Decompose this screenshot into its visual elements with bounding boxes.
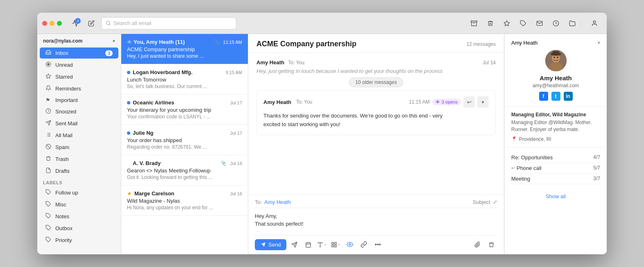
svg-point-6	[593, 21, 595, 23]
email-sender: Marge Carelson	[134, 190, 228, 197]
compose-button[interactable]	[86, 18, 97, 29]
sidebar-item-follow-up[interactable]: Follow up	[40, 187, 118, 198]
email-subject: Gearon <> Nylas Meeting Followup	[127, 167, 242, 174]
email-sender: Julie Ng	[133, 130, 228, 136]
calendar-button[interactable]	[302, 239, 314, 250]
email-item-5[interactable]: A. V. Brady 📎 Jul 16 Gearon <> Nylas Mee…	[121, 155, 248, 186]
trash-button[interactable]	[483, 17, 498, 29]
thread-row-1[interactable]: ↩ Phone call 5/7	[511, 163, 600, 174]
contact-panel: Amy Heath ▾	[504, 34, 607, 254]
search-bar[interactable]: Search all email	[101, 17, 236, 29]
compose-to-row: To: Amy Heath Subject ⤢	[255, 199, 497, 208]
tracking-button[interactable]	[344, 239, 356, 250]
message-area: Amy Heath To: You Jul 14 Hey, just getti…	[248, 53, 504, 195]
sidebar-item-sent[interactable]: Sent Mail	[40, 118, 118, 129]
opens-count: 3 opens	[442, 100, 458, 104]
email-item-6[interactable]: ★ Marge Carelson Jul 16 Wild Magazine - …	[121, 186, 248, 216]
show-all-button[interactable]: Show all	[505, 189, 607, 204]
maximize-button[interactable]	[57, 21, 62, 26]
delete-compose-button[interactable]	[485, 239, 497, 250]
template-button[interactable]	[330, 239, 342, 250]
attach-button[interactable]	[471, 239, 483, 250]
first-message: Amy Heath To: You Jul 14 Hey, just getti…	[256, 59, 496, 74]
twitter-icon[interactable]: t	[551, 92, 560, 101]
mark-read-button[interactable]	[532, 17, 547, 29]
email-time: Jul 17	[230, 131, 242, 136]
more-options-button[interactable]: •••	[372, 239, 384, 250]
move-button[interactable]	[565, 17, 580, 29]
unread-label: Unread	[55, 62, 73, 68]
archive-button[interactable]	[467, 17, 481, 29]
sidebar: nora@nylas.com ▾ Inbox 3 Unread	[37, 34, 121, 254]
svg-marker-26	[261, 242, 265, 247]
sidebar-item-all-mail[interactable]: All Mail	[40, 130, 118, 141]
formatting-button[interactable]	[288, 239, 300, 250]
email-item-2[interactable]: Logan Hoverboard Mfg. 9:15 AM Lunch Tomo…	[121, 64, 248, 95]
thread-label-2: Meeting	[511, 176, 530, 182]
spam-label: Spam	[55, 144, 69, 150]
expand-button[interactable]: ▾	[477, 96, 489, 108]
contact-email[interactable]: amy@heathmail.com	[533, 83, 579, 88]
email-time: Jul 16	[230, 191, 242, 196]
contact-threads: Re: Opportunities 4/7 ↩ Phone call 5/7 M…	[505, 147, 607, 189]
sidebar-item-snoozed[interactable]: Snoozed	[40, 106, 118, 117]
linkedin-icon[interactable]: in	[564, 92, 573, 101]
compose-subject[interactable]: Subject	[473, 199, 490, 205]
follow-up-label: Follow up	[55, 190, 78, 196]
svg-rect-29	[306, 242, 311, 247]
sidebar-item-drafts[interactable]: Drafts	[40, 165, 118, 176]
traffic-lights	[42, 21, 62, 26]
star-filled-icon: ★	[127, 190, 132, 197]
profile-button[interactable]	[587, 17, 602, 29]
sidebar-item-spam[interactable]: Spam	[40, 142, 118, 153]
font-button[interactable]	[316, 239, 328, 250]
sidebar-item-trash[interactable]: Trash	[40, 154, 118, 165]
sidebar-item-starred[interactable]: Starred	[40, 71, 118, 82]
email-item-3[interactable]: Oceanic Airlines Jul 17 Your itinerary f…	[121, 95, 248, 125]
sidebar-item-reminders[interactable]: Reminders	[40, 83, 118, 94]
compose-expand-icon[interactable]: ⤢	[493, 199, 497, 205]
facebook-icon[interactable]: f	[539, 92, 548, 101]
sidebar-item-inbox[interactable]: Inbox 3	[40, 48, 118, 59]
email-list: 👁 You, Amy Heath (11) 📎 11:15 AM ACME Co…	[121, 34, 248, 254]
svg-point-43	[553, 57, 555, 58]
svg-rect-36	[335, 242, 336, 244]
label-button[interactable]	[516, 17, 531, 29]
compose-toolbar: Send	[255, 235, 497, 250]
sidebar-item-outbox[interactable]: Outbox	[40, 223, 118, 234]
notifications-icon[interactable]: 3	[69, 17, 82, 29]
link-button[interactable]	[358, 239, 370, 250]
eye-icon: 👁	[127, 39, 132, 45]
outbox-icon	[45, 225, 52, 232]
minimize-button[interactable]	[50, 21, 54, 26]
sidebar-item-important[interactable]: ⚑ Important	[40, 95, 118, 105]
email-subject: Your order has shipped	[127, 137, 242, 143]
first-message-header: Amy Heath To: You Jul 14	[256, 59, 496, 66]
svg-rect-1	[471, 21, 477, 22]
main-message-header: Amy Heath To: You 11:15 AM 👁 3 opens ↩ ▾	[263, 96, 489, 108]
star-button[interactable]	[499, 17, 514, 29]
contact-chevron-icon[interactable]: ▾	[598, 40, 600, 45]
sidebar-item-misc[interactable]: Misc	[40, 199, 118, 210]
sidebar-item-unread[interactable]: Unread	[40, 59, 118, 70]
email-item-1[interactable]: 👁 You, Amy Heath (11) 📎 11:15 AM ACME Co…	[121, 34, 248, 64]
send-button[interactable]: Send	[255, 239, 286, 250]
sidebar-item-priority[interactable]: Priority	[40, 235, 118, 246]
email-preview: Regarding order no. 8726761: We ...	[127, 144, 242, 150]
snooze-button[interactable]	[549, 17, 563, 29]
thread-row-2[interactable]: Meeting 3/7	[511, 174, 600, 184]
older-messages-button[interactable]: 10 older messages	[349, 77, 403, 87]
all-mail-label: All Mail	[55, 132, 73, 138]
email-subject: Lunch Tomorrow	[127, 77, 242, 83]
sidebar-item-notes[interactable]: Notes	[40, 211, 118, 222]
compose-body[interactable]: Hey Amy, That sounds perfect!	[255, 210, 497, 235]
thread-row-0[interactable]: Re: Opportunities 4/7	[511, 152, 600, 163]
compose-to-label: To:	[255, 199, 262, 205]
email-item-4[interactable]: Julie Ng Jul 17 Your order has shipped R…	[121, 125, 248, 155]
account-header[interactable]: nora@nylas.com ▾	[37, 34, 121, 47]
contact-avatar-area: Amy Heath amy@heathmail.com f t in	[505, 50, 607, 107]
compose-to-value[interactable]: Amy Heath	[264, 199, 290, 205]
contact-location: 📍 Providence, RI	[511, 136, 600, 142]
reply-button[interactable]: ↩	[463, 96, 475, 108]
close-button[interactable]	[42, 21, 47, 26]
